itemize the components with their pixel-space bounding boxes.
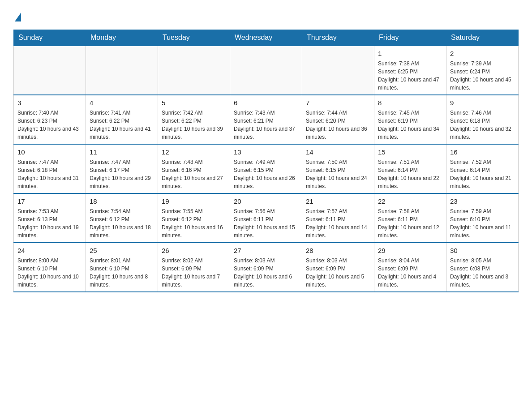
page-header (13, 9, 519, 21)
calendar-day-cell: 3Sunrise: 7:40 AM Sunset: 6:23 PM Daylig… (14, 95, 86, 144)
day-info: Sunrise: 7:46 AM Sunset: 6:18 PM Dayligh… (450, 109, 515, 141)
calendar-day-cell (86, 46, 158, 95)
day-info: Sunrise: 8:03 AM Sunset: 6:09 PM Dayligh… (306, 257, 370, 289)
calendar-day-cell: 22Sunrise: 7:58 AM Sunset: 6:11 PM Dayli… (374, 193, 446, 243)
day-number: 11 (90, 147, 154, 157)
day-number: 13 (234, 147, 298, 157)
day-number: 25 (90, 246, 154, 256)
calendar-day-cell: 10Sunrise: 7:47 AM Sunset: 6:18 PM Dayli… (14, 144, 86, 193)
day-info: Sunrise: 7:50 AM Sunset: 6:15 PM Dayligh… (306, 158, 370, 190)
day-info: Sunrise: 7:52 AM Sunset: 6:14 PM Dayligh… (450, 158, 515, 190)
calendar-day-cell: 18Sunrise: 7:54 AM Sunset: 6:12 PM Dayli… (86, 193, 158, 243)
calendar-week-row: 24Sunrise: 8:00 AM Sunset: 6:10 PM Dayli… (14, 243, 519, 292)
day-info: Sunrise: 7:39 AM Sunset: 6:24 PM Dayligh… (450, 60, 515, 92)
day-info: Sunrise: 8:05 AM Sunset: 6:08 PM Dayligh… (450, 257, 515, 289)
day-number: 10 (17, 147, 82, 157)
calendar-day-cell: 2Sunrise: 7:39 AM Sunset: 6:24 PM Daylig… (446, 46, 519, 95)
day-number: 26 (162, 246, 226, 256)
day-of-week-header: Saturday (446, 30, 519, 46)
calendar-day-cell: 25Sunrise: 8:01 AM Sunset: 6:10 PM Dayli… (86, 243, 158, 292)
day-of-week-header: Monday (86, 30, 158, 46)
day-info: Sunrise: 7:59 AM Sunset: 6:10 PM Dayligh… (450, 207, 515, 240)
calendar-day-cell: 15Sunrise: 7:51 AM Sunset: 6:14 PM Dayli… (374, 144, 446, 193)
calendar-table: SundayMondayTuesdayWednesdayThursdayFrid… (13, 30, 519, 292)
day-number: 23 (450, 197, 515, 206)
calendar-day-cell: 17Sunrise: 7:53 AM Sunset: 6:13 PM Dayli… (14, 193, 86, 243)
day-info: Sunrise: 7:51 AM Sunset: 6:14 PM Dayligh… (378, 158, 442, 190)
day-info: Sunrise: 7:44 AM Sunset: 6:20 PM Dayligh… (306, 109, 370, 141)
day-number: 17 (17, 197, 82, 206)
day-number: 29 (378, 246, 442, 256)
day-info: Sunrise: 7:57 AM Sunset: 6:11 PM Dayligh… (306, 207, 370, 240)
calendar-day-cell: 11Sunrise: 7:47 AM Sunset: 6:17 PM Dayli… (86, 144, 158, 193)
day-number: 5 (162, 98, 226, 108)
calendar-day-cell: 29Sunrise: 8:04 AM Sunset: 6:09 PM Dayli… (374, 243, 446, 292)
logo (13, 9, 21, 21)
day-number: 7 (306, 98, 370, 108)
calendar-header-row: SundayMondayTuesdayWednesdayThursdayFrid… (14, 30, 519, 46)
calendar-day-cell: 20Sunrise: 7:56 AM Sunset: 6:11 PM Dayli… (230, 193, 302, 243)
day-number: 6 (234, 98, 298, 108)
calendar-week-row: 17Sunrise: 7:53 AM Sunset: 6:13 PM Dayli… (14, 193, 519, 243)
day-of-week-header: Friday (374, 30, 446, 46)
day-number: 22 (378, 197, 442, 206)
calendar-day-cell: 24Sunrise: 8:00 AM Sunset: 6:10 PM Dayli… (14, 243, 86, 292)
day-info: Sunrise: 8:02 AM Sunset: 6:09 PM Dayligh… (162, 257, 226, 289)
day-number: 30 (450, 246, 515, 256)
day-number: 21 (306, 197, 370, 206)
day-info: Sunrise: 7:38 AM Sunset: 6:25 PM Dayligh… (378, 60, 442, 92)
day-number: 27 (234, 246, 298, 256)
day-info: Sunrise: 7:55 AM Sunset: 6:12 PM Dayligh… (162, 207, 226, 240)
day-number: 1 (378, 49, 442, 59)
calendar-day-cell (302, 46, 374, 95)
day-info: Sunrise: 7:41 AM Sunset: 6:22 PM Dayligh… (90, 109, 154, 141)
day-of-week-header: Wednesday (230, 30, 302, 46)
day-info: Sunrise: 7:45 AM Sunset: 6:19 PM Dayligh… (378, 109, 442, 141)
calendar-day-cell (158, 46, 230, 95)
day-of-week-header: Tuesday (158, 30, 230, 46)
day-number: 19 (162, 197, 226, 206)
calendar-day-cell: 13Sunrise: 7:49 AM Sunset: 6:15 PM Dayli… (230, 144, 302, 193)
day-of-week-header: Thursday (302, 30, 374, 46)
calendar-day-cell: 26Sunrise: 8:02 AM Sunset: 6:09 PM Dayli… (158, 243, 230, 292)
calendar-day-cell: 9Sunrise: 7:46 AM Sunset: 6:18 PM Daylig… (446, 95, 519, 144)
day-info: Sunrise: 7:40 AM Sunset: 6:23 PM Dayligh… (17, 109, 82, 141)
calendar-day-cell: 14Sunrise: 7:50 AM Sunset: 6:15 PM Dayli… (302, 144, 374, 193)
calendar-day-cell: 23Sunrise: 7:59 AM Sunset: 6:10 PM Dayli… (446, 193, 519, 243)
calendar-day-cell: 8Sunrise: 7:45 AM Sunset: 6:19 PM Daylig… (374, 95, 446, 144)
day-info: Sunrise: 7:42 AM Sunset: 6:22 PM Dayligh… (162, 109, 226, 141)
day-number: 2 (450, 49, 515, 59)
day-number: 14 (306, 147, 370, 157)
calendar-day-cell: 6Sunrise: 7:43 AM Sunset: 6:21 PM Daylig… (230, 95, 302, 144)
calendar-day-cell: 7Sunrise: 7:44 AM Sunset: 6:20 PM Daylig… (302, 95, 374, 144)
day-info: Sunrise: 7:48 AM Sunset: 6:16 PM Dayligh… (162, 158, 226, 190)
calendar-day-cell (14, 46, 86, 95)
calendar-week-row: 3Sunrise: 7:40 AM Sunset: 6:23 PM Daylig… (14, 95, 519, 144)
day-number: 12 (162, 147, 226, 157)
day-info: Sunrise: 7:49 AM Sunset: 6:15 PM Dayligh… (234, 158, 298, 190)
calendar-day-cell: 16Sunrise: 7:52 AM Sunset: 6:14 PM Dayli… (446, 144, 519, 193)
day-number: 8 (378, 98, 442, 108)
day-info: Sunrise: 7:56 AM Sunset: 6:11 PM Dayligh… (234, 207, 298, 240)
calendar-day-cell: 4Sunrise: 7:41 AM Sunset: 6:22 PM Daylig… (86, 95, 158, 144)
logo-triangle-icon (15, 13, 21, 21)
day-info: Sunrise: 8:03 AM Sunset: 6:09 PM Dayligh… (234, 257, 298, 289)
day-info: Sunrise: 8:00 AM Sunset: 6:10 PM Dayligh… (17, 257, 82, 289)
calendar-week-row: 10Sunrise: 7:47 AM Sunset: 6:18 PM Dayli… (14, 144, 519, 193)
day-number: 15 (378, 147, 442, 157)
calendar-day-cell (230, 46, 302, 95)
calendar-day-cell: 28Sunrise: 8:03 AM Sunset: 6:09 PM Dayli… (302, 243, 374, 292)
day-info: Sunrise: 7:58 AM Sunset: 6:11 PM Dayligh… (378, 207, 442, 240)
calendar-day-cell: 27Sunrise: 8:03 AM Sunset: 6:09 PM Dayli… (230, 243, 302, 292)
calendar-day-cell: 5Sunrise: 7:42 AM Sunset: 6:22 PM Daylig… (158, 95, 230, 144)
day-number: 16 (450, 147, 515, 157)
day-info: Sunrise: 7:47 AM Sunset: 6:18 PM Dayligh… (17, 158, 82, 190)
calendar-day-cell: 30Sunrise: 8:05 AM Sunset: 6:08 PM Dayli… (446, 243, 519, 292)
day-of-week-header: Sunday (14, 30, 86, 46)
calendar-week-row: 1Sunrise: 7:38 AM Sunset: 6:25 PM Daylig… (14, 46, 519, 95)
day-info: Sunrise: 7:54 AM Sunset: 6:12 PM Dayligh… (90, 207, 154, 240)
calendar-day-cell: 1Sunrise: 7:38 AM Sunset: 6:25 PM Daylig… (374, 46, 446, 95)
day-number: 9 (450, 98, 515, 108)
day-number: 18 (90, 197, 154, 206)
day-number: 3 (17, 98, 82, 108)
